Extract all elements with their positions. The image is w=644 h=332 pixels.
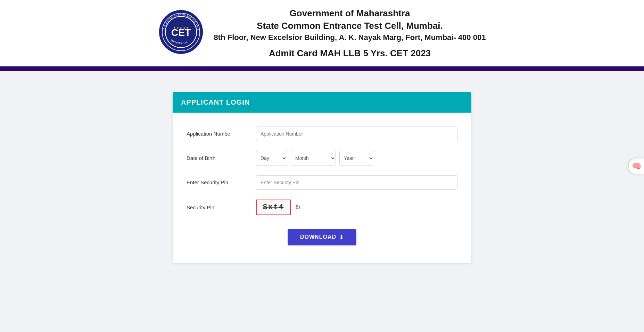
download-icon: ⬇ xyxy=(339,234,344,241)
refresh-captcha-icon[interactable]: ↻ xyxy=(295,203,301,211)
application-number-input[interactable] xyxy=(256,127,457,141)
header-text-block: Government of Maharashtra State Common E… xyxy=(214,7,486,59)
form-card: APPLICANT LOGIN Application Number Date … xyxy=(173,92,471,263)
download-label: DOWNLOAD xyxy=(300,234,336,240)
logo-container: CET STATE COMMON ENTRANCE TEST CELL MAHA… xyxy=(158,9,204,56)
org-address: 8th Floor, New Excelsior Building, A. K.… xyxy=(214,32,486,43)
org-name-line2: State Common Entrance Test Cell, Mumbai. xyxy=(214,19,486,32)
cet-logo-svg: CET STATE COMMON ENTRANCE TEST CELL MAHA… xyxy=(158,9,204,55)
day-select[interactable]: Day 12345 678910 1112131415 1617181920 2… xyxy=(256,151,287,165)
year-select[interactable]: Year 2005200420032002 2001200019991998 1… xyxy=(339,151,374,165)
download-button[interactable]: DOWNLOAD ⬇ xyxy=(288,229,356,245)
security-pin-input-label: Enter Security Pin xyxy=(187,179,256,185)
security-pin-input[interactable] xyxy=(256,175,457,190)
dob-row: Date of Birth Day 12345 678910 111213141… xyxy=(187,151,457,165)
application-number-row: Application Number xyxy=(187,127,457,141)
side-widget[interactable]: 🧠 xyxy=(629,159,644,174)
form-card-title: APPLICANT LOGIN xyxy=(181,98,463,106)
admit-card-title: Admit Card MAH LLB 5 Yrs. CET 2023 xyxy=(214,48,486,59)
captcha-display: Sxt4 ↻ xyxy=(256,200,301,215)
dob-label: Date of Birth xyxy=(187,155,256,161)
svg-text:★ ★ ★ ★ ★: ★ ★ ★ ★ ★ xyxy=(173,26,189,30)
captcha-label: Security Pin xyxy=(187,204,256,210)
security-pin-input-row: Enter Security Pin xyxy=(187,175,457,190)
captcha-row: Security Pin Sxt4 ↻ xyxy=(187,200,457,215)
org-name-line1: Government of Maharashtra xyxy=(214,7,486,19)
main-content: APPLICANT LOGIN Application Number Date … xyxy=(0,71,644,284)
month-select[interactable]: Month JanuaryFebruaryMarch AprilMayJune … xyxy=(291,151,336,165)
form-card-body: Application Number Date of Birth Day 123… xyxy=(173,113,471,263)
captcha-image: Sxt4 xyxy=(256,200,291,215)
page-header: CET STATE COMMON ENTRANCE TEST CELL MAHA… xyxy=(0,0,644,66)
form-actions: DOWNLOAD ⬇ xyxy=(187,229,457,245)
purple-divider-bar xyxy=(0,66,644,71)
application-number-label: Application Number xyxy=(187,131,256,137)
dob-container: Day 12345 678910 1112131415 1617181920 2… xyxy=(256,151,457,165)
form-card-header: APPLICANT LOGIN xyxy=(173,92,471,113)
